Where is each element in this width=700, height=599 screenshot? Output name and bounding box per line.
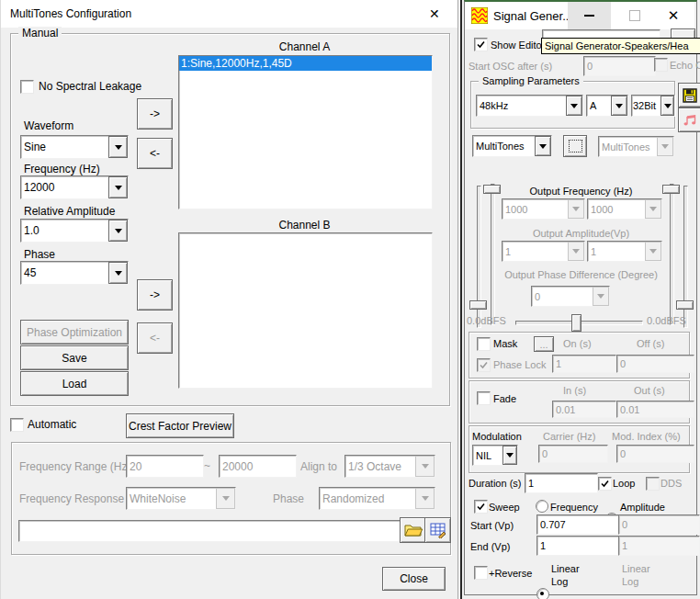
relative-amplitude-value: 1.0: [21, 220, 108, 242]
chevron-down-icon: [539, 144, 547, 149]
channel-a-label: Channel A: [178, 40, 431, 53]
channel-a-list[interactable]: 1:Sine,12000Hz,1,45D: [178, 55, 433, 209]
waveform-type-b-value: MultiTones: [599, 137, 657, 156]
chevron-down-icon: [570, 104, 578, 108]
load-button[interactable]: Load: [20, 371, 129, 396]
left-inner-level-slider-track[interactable]: [491, 184, 495, 325]
sweep-start-field[interactable]: 0.707: [536, 514, 619, 535]
balance-slider-thumb[interactable]: [571, 314, 581, 332]
loop-checkbox[interactable]: [598, 477, 612, 491]
waveform-type-dropdown-button[interactable]: [535, 136, 551, 156]
linear-radio[interactable]: [536, 588, 549, 599]
show-editor-checkbox[interactable]: [474, 38, 488, 51]
duration-field[interactable]: 1: [525, 473, 598, 493]
align-to-label: Align to: [300, 460, 337, 473]
bit-depth-dropdown-button[interactable]: [660, 96, 674, 116]
left-inner-level-slider-thumb[interactable]: [483, 185, 501, 194]
waveform-type-b-select: MultiTones: [598, 136, 674, 157]
right-outer-level-slider-thumb[interactable]: [676, 300, 694, 310]
open-file-button[interactable]: [400, 517, 426, 543]
save-settings-button[interactable]: [678, 83, 700, 107]
reverse-checkbox[interactable]: [474, 566, 488, 580]
sweep-frequency-label: Frequency: [550, 501, 598, 514]
right-inner-level-slider-thumb[interactable]: [662, 185, 680, 194]
output-frequency-b-dropdown-button: [645, 199, 661, 219]
frequency-value: 12000: [21, 176, 108, 198]
multitones-titlebar[interactable]: MultiTones Configuration ✕: [1, 0, 457, 28]
table-edit-icon: [430, 522, 446, 538]
close-button[interactable]: Close: [382, 567, 446, 591]
chevron-down-icon: [115, 145, 122, 150]
crest-factor-preview-button[interactable]: Crest Factor Preview: [126, 413, 234, 438]
channel-b-list[interactable]: [178, 232, 433, 389]
move-right-b-button[interactable]: ->: [137, 279, 173, 311]
mask-browse-button: ...: [534, 336, 554, 352]
mask-checkbox[interactable]: [477, 337, 491, 351]
fade-checkbox[interactable]: [477, 391, 491, 405]
frequency-dropdown-button[interactable]: [108, 176, 128, 198]
auto-phase-select: Randomized: [319, 487, 435, 510]
move-right-a-button[interactable]: ->: [137, 98, 173, 130]
phase-select[interactable]: 45: [20, 261, 129, 285]
sweep-amplitude-label: Amplitude: [620, 501, 665, 514]
reverse-label: +Reverse: [489, 567, 532, 580]
phase-dropdown-button[interactable]: [108, 262, 128, 284]
background-window-divider: [460, 0, 462, 599]
frequency-label: Frequency (Hz): [24, 163, 100, 175]
align-to-dropdown-button: [415, 456, 435, 477]
frequency-select[interactable]: 12000: [20, 175, 129, 199]
file-path-field[interactable]: [18, 520, 401, 542]
waveform-select[interactable]: Sine: [20, 135, 129, 159]
modulation-dropdown-button[interactable]: [502, 446, 517, 465]
modulation-type-select[interactable]: NIL: [472, 445, 518, 466]
move-left-a-button[interactable]: <-: [137, 138, 173, 169]
modulation-label: Modulation: [472, 430, 522, 443]
sweep-frequency-radio[interactable]: [536, 500, 548, 513]
output-phase-difference-label: Output Phase Difference (Degree): [502, 268, 660, 281]
bit-depth-select[interactable]: 32Bit: [631, 95, 675, 117]
output-phase-select: 0: [531, 286, 610, 307]
sweep-label: Sweep: [489, 501, 520, 514]
close-window-button[interactable]: ✕: [655, 2, 692, 29]
list-item[interactable]: 1:Sine,12000Hz,1,45D: [179, 56, 432, 71]
edit-table-button[interactable]: [424, 517, 451, 543]
play-tone-button[interactable]: [678, 107, 700, 132]
sample-rate-dropdown-button[interactable]: [566, 96, 582, 116]
chevron-down-icon: [222, 496, 230, 501]
automatic-checkbox[interactable]: [10, 418, 24, 432]
no-spectral-leakage-checkbox[interactable]: [20, 80, 34, 94]
siggen-titlebar[interactable]: Signal Gener... ✕: [465, 2, 694, 29]
dds-checkbox: [646, 477, 660, 491]
echo-only-checkbox: [654, 58, 668, 72]
chevron-down-icon: [115, 186, 122, 190]
channel-dropdown-button[interactable]: [611, 96, 627, 116]
fade-label: Fade: [493, 392, 516, 405]
minimize-button[interactable]: [568, 2, 611, 29]
desktop: MultiTones Configuration ✕ Manual No Spe…: [0, 0, 700, 599]
left-outer-level-slider-thumb[interactable]: [469, 300, 487, 310]
duration-label: Duration (s): [469, 477, 521, 490]
save-button[interactable]: Save: [20, 345, 129, 370]
floppy-disk-icon: [683, 88, 697, 103]
output-frequency-b-value: 1000: [588, 199, 645, 219]
show-editor-label: Show Edito: [491, 39, 542, 51]
channel-select[interactable]: A: [586, 95, 628, 117]
chevron-down-icon: [649, 249, 657, 254]
relative-amplitude-label: Relative Amplitude: [24, 205, 115, 218]
sweep-end-field[interactable]: 1: [536, 536, 619, 556]
sample-rate-select[interactable]: 48kHz: [476, 95, 583, 117]
waveform-type-select[interactable]: MultiTones: [472, 135, 552, 157]
output-frequency-a-select: 1000: [502, 198, 585, 220]
multitones-close-icon[interactable]: ✕: [429, 7, 440, 20]
output-frequency-a-dropdown-button: [568, 199, 584, 219]
sweep-checkbox[interactable]: [474, 500, 488, 514]
bit-depth-value: 32Bit: [632, 96, 660, 116]
right-inner-level-slider-track[interactable]: [670, 184, 674, 325]
waveform-dropdown-button[interactable]: [108, 136, 128, 158]
relative-amplitude-dropdown-button[interactable]: [108, 220, 128, 242]
align-to-select: 1/3 Octave: [344, 455, 435, 478]
relative-amplitude-select[interactable]: 1.0: [20, 219, 129, 243]
waveform-value: Sine: [21, 136, 108, 158]
multitones-config-button[interactable]: [563, 135, 587, 157]
move-left-b-button: <-: [137, 322, 173, 354]
